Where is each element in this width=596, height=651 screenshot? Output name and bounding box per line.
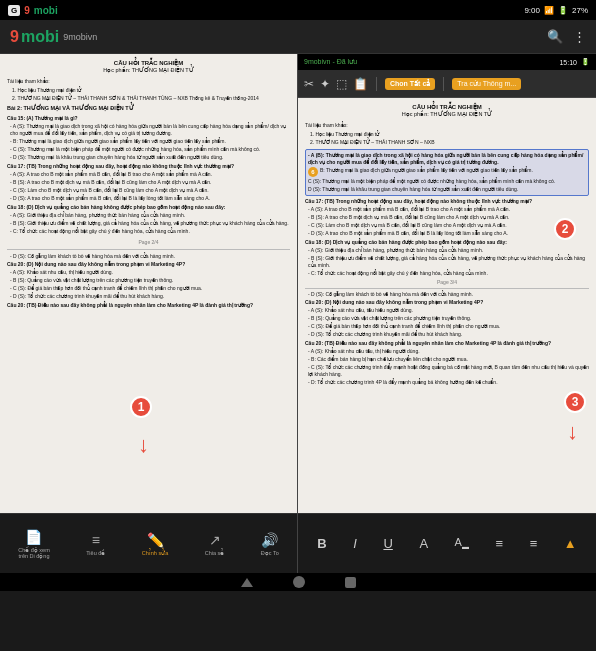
annotation-1: 1 [130,396,152,418]
right-bottom-toolbar: B I U A A▬ ≡ ≡ ▲ [298,513,596,573]
circle-num-1: 1 [130,396,152,418]
right-ref-label: Tài liệu tham khảo: [305,122,589,129]
q18-ans-c: - C: Tổ chức các hoạt động nổi bật gây c… [10,228,290,235]
right-q20-label: Câu 20: (D) Nội dung nào sau đây không n… [305,299,589,306]
right-q18-d: - D (S): Cố gắng làm khách tò bò về hàng… [308,291,589,298]
circle-num-3: 3 [564,391,586,413]
tool-read[interactable]: 🔊 Đọc To [261,532,279,556]
right-time: 15:10 [559,59,577,66]
sys-nav-bar [0,573,596,591]
q20b-label: Câu 20: (TB) Điều nào sau đây không phải… [7,302,290,309]
select-icon[interactable]: ⬚ [336,77,347,91]
right-q17-a: - A (S): A trao cho B một sản phẩm mà B … [308,206,589,213]
format-highlight[interactable]: A▬ [455,536,469,550]
q18-ans-d-cont: - D (S): Cố gắng làm khách tò bò về hàng… [10,253,290,260]
search-icon[interactable]: 🔍 [547,29,563,44]
right-q17-b: - B (S): A trao cho B một dịch vụ mà B c… [308,214,589,221]
q20-ans-a: - A (S): Khảo sát nhu cầu, thị hiếu ngườ… [10,269,290,276]
chon-tat-ca-btn[interactable]: Chon Tất cả [385,78,435,90]
right-q20-a: - A (S): Khảo sát nhu cầu, tầu hiếu ngườ… [308,307,589,314]
circle-num-2: 2 [554,218,576,240]
q17-ans-c: - C (S): Làm cho B một dịch vụ mà B cần,… [10,187,290,194]
right-ref-1: 1. Học liệu Thương mại điện tử [310,131,589,138]
read-label: Đọc To [261,550,279,556]
format-list[interactable]: ≡ [496,536,504,551]
brand-vn-header: 9mobivn [63,32,97,42]
toolbar-divider-2 [443,77,444,91]
title-label: Tiêu đề [86,550,105,556]
cut-icon[interactable]: ✂ [304,77,314,91]
annotation-2: 2 [554,218,576,240]
wifi-icon: 📶 [544,6,554,15]
q15-label: Câu 15: (A) Thương mại là gì? [7,115,290,122]
ref-2: 2. THƯƠNG MẠI ĐIỆN TỬ – THÁI THANH SƠN &… [12,95,290,102]
bai2-title: Bài 2: THƯƠNG MẠI VÀ THƯƠNG MẠI ĐIỆN TỬ [7,105,290,113]
right-q15-a: - A (B): Thương mại là giao dịch trong x… [308,152,586,166]
left-page-indicator: Page 2/4 [7,239,290,246]
format-color[interactable]: A [419,536,428,551]
status-time-left: 9:00 [524,6,540,15]
title-icon: ≡ [92,532,100,548]
battery-icon: 🔋 [558,6,568,15]
q17-ans-a: - A (S): A trao cho B một sản phẩm mà B … [10,171,290,178]
q15-ans-c: - C (S): Thương mại là một biện pháp để … [10,146,290,153]
right-doc-view: CÂU HỎI TRẮC NGHIỆM Học phần: THƯƠNG MẠI… [298,98,596,513]
right-panel: 9mobivn - Đã lưu 15:10 🔋 ✂ ✦ ⬚ 📋 Chon Tấ… [298,54,596,573]
view-label: Chế độ xemtrên Di động [18,547,50,559]
toolbar-divider-1 [376,77,377,91]
ref-label: Tài liệu tham khảo: [7,78,290,85]
format-indent[interactable]: ≡ [530,536,538,551]
menu-icon[interactable]: ⋮ [573,29,586,44]
edit-label: Chỉnh sửa [142,550,169,556]
left-doc-subtitle: Học phần: THƯƠNG MẠI ĐIỆN TỬ [7,67,290,75]
right-status-bar: 9mobivn - Đã lưu 15:10 🔋 [298,54,596,70]
right-q20-c: - C (S): Để giá bán thấp hơn đối thủ cạn… [308,323,589,330]
q20-ans-b: - B (S): Quảng cáo vừa vặt chặt lượng tr… [10,277,290,284]
paste-icon[interactable]: 📋 [353,77,368,91]
q18-ans-a: - A (S): Giới thiệu địa chỉ bán hàng, ph… [10,212,290,219]
right-q20-b: - B (S): Quảng cáo vừa vặt chặt lượng tr… [308,315,589,322]
q18-label: Câu 18: (D) Dịch vụ quảng cáo bán hàng k… [7,204,290,211]
back-btn[interactable] [241,578,253,587]
right-q20b-b: - B: Các điểm bán hàng bị hạn chế lưu ch… [308,356,589,363]
right-q15-b: B: Thương mại là giao dịch giữa người gi… [320,167,533,174]
brand-mobi: mobi [34,5,58,16]
left-doc-view: CÂU HỎI TRẮC NGHIỆM Học phần: THƯƠNG MẠI… [0,54,297,513]
format-italic[interactable]: I [353,536,357,551]
right-q20-d: - D (S): Tổ chức các chương trình khuyến… [308,331,589,338]
tool-edit[interactable]: ✏️ Chỉnh sửa [142,532,169,556]
share-icon: ↗ [209,532,221,548]
tool-title[interactable]: ≡ Tiêu đề [86,532,105,556]
tra-cuu-btn[interactable]: Tra cứu Thông m... [452,78,521,90]
right-ref-2: 2. THƯƠNG MẠI ĐIỆN TỬ – THÁI THANH SƠN –… [310,139,589,146]
q17-label: Câu 17: (TB) Trong những hoạt động sau đ… [7,163,290,170]
tool-view[interactable]: 📄 Chế độ xemtrên Di động [18,529,50,559]
read-icon: 🔊 [261,532,278,548]
recent-btn[interactable] [345,577,356,588]
right-q18-a: - A (S): Giới thiệu địa chỉ bán hàng, ph… [308,247,589,254]
brand-9: 9 [24,5,30,16]
brand-9-header: 9 [10,28,19,46]
home-btn[interactable] [293,576,305,588]
q17-ans-d: - D (S): A trao cho B một sản phẩm mà B … [10,195,290,202]
saved-label: 9mobivn - Đã lưu [304,58,357,66]
tool-share[interactable]: ↗ Chia sẻ [205,532,225,556]
annotation-3: 3 [564,391,586,413]
q15-ans-d: - D (S): Thương mại là khâu trung gian c… [10,154,290,161]
q15-ans-b: - B: Thương mại là giao dịch giữa người … [10,138,290,145]
q20-ans-d: - D (S): Tổ chức các chương trình khuyến… [10,293,290,300]
left-bottom-toolbar: 📄 Chế độ xemtrên Di động ≡ Tiêu đề ✏️ Ch… [0,513,297,573]
right-q15-c: C (S): Thương mại là một biện pháp để mộ… [308,178,586,185]
right-toolbar: ✂ ✦ ⬚ 📋 Chon Tất cả Tra cứu Thông m... [298,70,596,98]
left-panel: CÂU HỎI TRẮC NGHIỆM Học phần: THƯƠNG MẠI… [0,54,298,573]
ref-1: 1. Học liệu Thương mại điện tử [12,87,290,94]
right-q18-label: Câu 18: (D) Dịch vụ quảng cáo bán hàng đ… [305,239,589,246]
highlight-icon[interactable]: ✦ [320,77,330,91]
q20-ans-c: - C (S): Để giá bán thấp hơn đối thủ cạn… [10,285,290,292]
format-underline[interactable]: U [383,536,392,551]
right-q20b-c: - C (S): Tổ chức các chương trình đẩy mạ… [308,364,589,378]
format-more[interactable]: ▲ [564,536,577,551]
format-bold[interactable]: B [317,536,326,551]
battery-pct: 27% [572,6,588,15]
right-battery: 🔋 [581,58,590,66]
